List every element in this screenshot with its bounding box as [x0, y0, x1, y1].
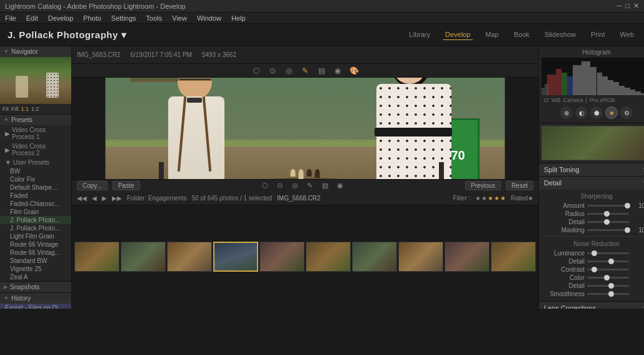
zoom-1to1[interactable]: 1:1: [21, 106, 29, 112]
amount-track[interactable]: [587, 205, 629, 207]
tool-grad2-icon[interactable]: ▤: [320, 180, 330, 190]
star-rating[interactable]: ★ ★ ★ ★ ★: [475, 195, 506, 202]
brush-tool[interactable]: ✎: [299, 65, 311, 76]
smoothness-track[interactable]: [587, 293, 629, 295]
preset-group-vcp2[interactable]: ▶ Video Cross Process 2: [0, 141, 71, 158]
reset-btn[interactable]: Reset: [506, 181, 533, 190]
menu-window[interactable]: Window: [196, 14, 223, 22]
presets-header[interactable]: ▼ Presets: [0, 115, 71, 125]
star-4[interactable]: ★: [494, 195, 500, 202]
crop-tool[interactable]: ⬡: [251, 65, 262, 76]
redeye-tool[interactable]: ◎: [283, 65, 294, 76]
preset-jp-default2[interactable]: J. Pollack Photography Default...: [0, 224, 71, 232]
copy-btn[interactable]: Copy...: [77, 181, 108, 190]
active-icon[interactable]: ★: [605, 106, 618, 119]
thumb-7[interactable]: [352, 242, 397, 272]
gear-icon[interactable]: ⚙: [620, 106, 633, 119]
detail-track[interactable]: [587, 221, 629, 223]
thumb-6[interactable]: [306, 242, 351, 272]
preset-group-vcp1[interactable]: ▶ Video Cross Process 1: [0, 125, 71, 141]
tab-map[interactable]: Map: [483, 29, 501, 40]
thumb-2[interactable]: [121, 242, 166, 272]
preset-color-fix[interactable]: Color Fix: [0, 175, 71, 183]
color-detail-track[interactable]: [587, 285, 629, 287]
zoom-fill[interactable]: Fill: [11, 106, 19, 112]
spot-heal-tool[interactable]: ⊙: [267, 65, 278, 76]
thumb-9[interactable]: [445, 242, 490, 272]
maximize-btn[interactable]: □: [625, 2, 630, 10]
color-track[interactable]: [587, 277, 629, 279]
paste-btn[interactable]: Paste: [113, 181, 140, 190]
detail-header[interactable]: Detail ▼: [539, 177, 644, 189]
preset-bw[interactable]: BW: [0, 167, 71, 175]
tab-develop[interactable]: Develop: [443, 29, 473, 40]
radius-track[interactable]: [587, 213, 629, 215]
tab-library[interactable]: Library: [406, 29, 433, 40]
preset-default-sharp[interactable]: Default Sharpening/NR: [0, 183, 71, 192]
wb-icon[interactable]: ⊕: [560, 106, 573, 119]
star-1[interactable]: ★: [475, 195, 481, 202]
tab-book[interactable]: Book: [511, 29, 532, 40]
menu-photo[interactable]: Photo: [82, 14, 103, 22]
color-tool[interactable]: 🎨: [348, 65, 360, 76]
preset-standard-bw[interactable]: Standard BW: [0, 257, 71, 265]
thumb-1[interactable]: [74, 242, 119, 272]
zoom-fit[interactable]: Fit: [3, 106, 9, 112]
tool-spot-icon[interactable]: ⊙: [275, 180, 285, 190]
radial-tool[interactable]: ◉: [332, 65, 343, 76]
menu-develop[interactable]: Develop: [47, 14, 74, 22]
thumb-4-selected[interactable]: [213, 242, 258, 272]
history-header[interactable]: ▼ History: [0, 293, 71, 304]
tab-web[interactable]: Web: [618, 29, 636, 40]
thumb-5[interactable]: [259, 242, 304, 272]
hsl-icon[interactable]: ⬟: [590, 106, 603, 119]
previous-btn[interactable]: Previous: [465, 181, 501, 190]
preset-faded[interactable]: Faded: [0, 192, 71, 200]
star-5[interactable]: ★: [500, 195, 506, 202]
tone-icon[interactable]: ◐: [575, 106, 588, 119]
menu-view[interactable]: View: [171, 14, 188, 22]
lens-corrections-header[interactable]: Lens Corrections ▼: [539, 302, 644, 309]
menu-help[interactable]: Help: [230, 14, 247, 22]
close-btn[interactable]: ✕: [633, 2, 639, 10]
preset-route66-2[interactable]: Route 66 Vintage 2: [0, 249, 71, 257]
preset-vignette25[interactable]: Vignette 25: [0, 265, 71, 273]
masking-track[interactable]: [587, 229, 629, 231]
tab-print[interactable]: Print: [588, 29, 608, 40]
nav-right-icon[interactable]: ▶▶: [112, 195, 122, 202]
star-2[interactable]: ★: [481, 195, 487, 202]
navigator-header[interactable]: ▼ Navigator: [0, 46, 71, 57]
preset-light-film[interactable]: Light Film Grain: [0, 232, 71, 240]
snapshots-header[interactable]: ▶ Snapshots: [0, 282, 71, 292]
preset-faded-chiar[interactable]: Faded-Chiaroscuro: [0, 200, 71, 208]
tool-brush2-icon[interactable]: ✎: [305, 180, 315, 190]
main-image-container[interactable]: POW! 770: [72, 78, 538, 179]
preset-group-user[interactable]: ▼ User Presets: [0, 158, 71, 167]
gradient-tool[interactable]: ▤: [316, 65, 327, 76]
menu-tools[interactable]: Tools: [145, 14, 164, 22]
minimize-btn[interactable]: ─: [617, 2, 622, 10]
tool-eye-icon[interactable]: ◎: [290, 180, 300, 190]
thumb-8[interactable]: [398, 242, 443, 272]
app-title[interactable]: J. Pollack Photography ▾: [8, 29, 126, 41]
luminance-track[interactable]: [587, 252, 629, 254]
tool-rad2-icon[interactable]: ◉: [335, 180, 345, 190]
preset-zeal-a[interactable]: Zeal A: [0, 273, 71, 281]
menu-settings[interactable]: Settings: [110, 14, 138, 22]
preset-jp-default[interactable]: J. Pollack Photography 4 Defa...: [0, 216, 71, 224]
thumb-3[interactable]: [167, 242, 212, 272]
preset-film-grain[interactable]: Film Grain: [0, 208, 71, 216]
nr-detail-track[interactable]: [587, 260, 629, 262]
contrast-track[interactable]: [587, 269, 629, 270]
preset-route66[interactable]: Route 66 Vintage: [0, 240, 71, 249]
nav-prev-icon[interactable]: ◀: [92, 195, 97, 202]
star-3[interactable]: ★: [488, 195, 493, 202]
split-toning-header[interactable]: Split Toning ▼: [539, 163, 644, 176]
history-item-0[interactable]: Export - Files on Disk (6/19/2017 18:43): [0, 304, 71, 309]
zoom-1to2[interactable]: 1:2: [31, 106, 39, 112]
thumb-10[interactable]: [491, 242, 536, 272]
menu-edit[interactable]: Edit: [25, 14, 39, 22]
nav-left-icon[interactable]: ◀◀: [77, 195, 87, 202]
nav-next-icon[interactable]: ▶: [102, 195, 107, 202]
menu-file[interactable]: File: [4, 14, 18, 22]
